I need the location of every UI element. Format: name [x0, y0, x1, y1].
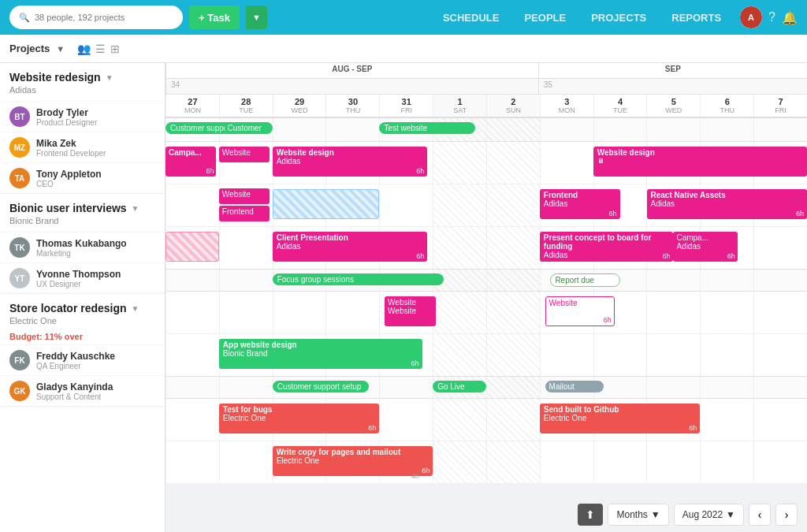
project-header-website-redesign[interactable]: Website redesign ▼	[0, 63, 165, 85]
nav-link-reports[interactable]: REPORTS	[659, 0, 734, 35]
person-cal-row-tony: Client Presentation Adidas 6h Present co…	[165, 227, 807, 270]
project-over-budget: Budget: 11% over	[0, 332, 165, 344]
event-website-brody-28[interactable]: Website	[219, 147, 270, 162]
event-report-due[interactable]: Report due	[550, 273, 619, 287]
person-row-brody: BT Brody Tyler Product Designer	[0, 101, 165, 132]
event-blue-mika	[273, 189, 380, 219]
event-test-bugs[interactable]: Test for bugs Electric One 6h	[219, 404, 380, 433]
person-name-yvonne: Yvonne Thompson	[36, 269, 121, 280]
event-customer-support-store[interactable]: Customer support setup	[273, 381, 369, 392]
people-view-icon[interactable]: 👥	[77, 43, 91, 55]
event-website-thomas-31[interactable]: Website Website	[385, 296, 435, 326]
event-send-github[interactable]: Send built to Github Electric One 6h	[540, 404, 701, 433]
day-6: 6 THU	[700, 95, 753, 117]
calendar-scroll: Customer support setup Test website Cust…	[165, 118, 807, 532]
nav-link-schedule[interactable]: SCHEDULE	[430, 0, 512, 35]
projects-label: Projects	[9, 43, 50, 54]
person-info-yvonne: Yvonne Thompson UX Designer	[36, 269, 121, 288]
event-test-website-project[interactable]: Test website	[379, 122, 475, 134]
avatar-freddy: FK	[9, 350, 30, 370]
event-campa-tony[interactable]: Campa... Adidas 6h	[673, 232, 737, 262]
event-website-thomas-3[interactable]: Website 6h	[545, 296, 615, 326]
week-num-headers: 34 35	[165, 79, 807, 95]
day-28: 28 TUE	[219, 95, 273, 117]
person-name-brody: Brody Tyler	[36, 107, 97, 118]
project-section-store: Store locator redesign ▼ Electric One Bu…	[0, 294, 165, 407]
person-cal-row-thomas: Website Website Website 6h	[165, 292, 807, 334]
project-row-store: Customer support setup Go Live Mailout	[165, 377, 807, 399]
project-row-website: Customer support setup Test website Cust…	[165, 118, 807, 142]
svg-text:A: A	[748, 13, 754, 22]
search-icon: 🔍	[19, 13, 30, 23]
event-app-website-design[interactable]: App website design Bionic Brand 6h	[219, 339, 422, 369]
user-avatar[interactable]: A	[740, 6, 762, 28]
help-icon[interactable]: ?	[768, 10, 775, 24]
person-name-gladys: Gladys Kanyinda	[36, 381, 113, 392]
list-view-icon[interactable]: ☰	[95, 43, 106, 55]
person-row-tony: TA Tony Appleton CEO	[0, 162, 165, 193]
month-headers: AUG - SEP SEP	[165, 63, 807, 79]
person-cal-row-yvonne: App website design Bionic Brand 6h	[165, 334, 807, 377]
project-client-website: Adidas	[0, 85, 165, 101]
project-title-website: Website redesign	[9, 71, 101, 84]
person-info-mika: Mika Zek Frontend Developer	[36, 138, 106, 158]
person-name-thomas: Thomas Kukabango	[36, 238, 127, 249]
date-select[interactable]: Aug 2022 ▼	[674, 504, 744, 526]
event-frontend-adidas[interactable]: Frontend Adidas 6h	[540, 189, 620, 219]
date-label: Aug 2022	[682, 509, 723, 520]
months-select[interactable]: Months ▼	[608, 504, 668, 526]
task-dropdown-button[interactable]: ▼	[246, 6, 267, 29]
event-present-concept[interactable]: Present concept to board for funding Adi…	[540, 232, 674, 262]
event-website-design-brody[interactable]: Website design Adidas 6h	[273, 147, 428, 177]
avatar-mika: MZ	[9, 137, 30, 158]
event-customer-pill[interactable]: Customer	[225, 122, 273, 134]
event-write-copy[interactable]: Write copy for pages and mailout Electri…	[273, 446, 433, 476]
grid-view-icon[interactable]: ⊞	[110, 43, 120, 55]
prev-button[interactable]: ‹	[749, 504, 771, 526]
project-header-bionic[interactable]: Bionic user interviews ▼	[0, 194, 165, 216]
day-7: 7 FRI	[753, 95, 807, 117]
next-button[interactable]: ›	[775, 504, 798, 526]
week-35: 35	[538, 79, 807, 94]
avatar-thomas: TK	[9, 237, 30, 258]
calendar-area: AUG - SEP SEP 34 35 27 MON 28 TUE 29 WED…	[165, 63, 807, 532]
person-cal-row-brody: Campa... 6h Website Website design Adida…	[165, 142, 807, 184]
person-info-thomas: Thomas Kukabango Marketing	[36, 238, 127, 258]
chevron-icon: ▼	[106, 73, 113, 82]
projects-dropdown[interactable]: ▼	[56, 44, 65, 54]
person-role-yvonne: UX Designer	[36, 280, 121, 288]
cursor-button[interactable]: ⬆	[578, 504, 603, 526]
add-task-button[interactable]: + Task	[189, 6, 240, 29]
event-website-design-brody-sep[interactable]: Website design 🖥	[593, 147, 807, 177]
event-focus-group[interactable]: Focus group sessions	[273, 273, 444, 285]
day-2: 2 SUN	[486, 95, 540, 117]
event-go-live[interactable]: Go Live	[433, 381, 486, 392]
toolbar: Projects ▼ 👥 ☰ ⊞	[0, 35, 807, 63]
project-client-bionic: Bionic Brand	[0, 216, 165, 232]
event-website-mika-28[interactable]: Website	[219, 188, 270, 204]
event-react-native[interactable]: React Native Assets Adidas 6h	[647, 189, 808, 219]
person-name-freddy: Freddy Kauschke	[36, 351, 115, 362]
project-header-store[interactable]: Store locator redesign ▼	[0, 294, 165, 316]
avatar-brody: BT	[9, 106, 30, 127]
person-role-gladys: Support & Content	[36, 392, 113, 401]
person-row-mika: MZ Mika Zek Frontend Developer	[0, 132, 165, 162]
event-frontend-mika-28[interactable]: Frontend	[219, 206, 270, 221]
day-headers: 27 MON 28 TUE 29 WED 30 THU 31 FRI 1 SAT	[165, 95, 807, 118]
week-34: 34	[165, 79, 538, 94]
day-30: 30 THU	[325, 95, 379, 117]
event-client-pres[interactable]: Client Presentation Adidas 6h	[273, 232, 428, 262]
notifications-icon[interactable]: 🔔	[782, 10, 798, 25]
person-cal-row-mika: Website Frontend Frontend Adidas 6h Reac…	[165, 184, 807, 227]
event-campa-brody[interactable]: Campa... 6h	[165, 147, 216, 177]
nav-link-projects[interactable]: PROJECTS	[578, 0, 659, 35]
day-4: 4 TUE	[593, 95, 647, 117]
months-label: Months	[616, 509, 647, 520]
person-info-brody: Brody Tyler Product Designer	[36, 107, 97, 127]
search-box[interactable]: 🔍 38 people, 192 projects	[9, 6, 183, 29]
project-row-bionic: Focus group sessions Report due	[165, 270, 807, 292]
nav-links: SCHEDULE PEOPLE PROJECTS REPORTS	[430, 0, 734, 35]
event-mailout[interactable]: Mailout	[545, 381, 604, 392]
day-5: 5 WED	[646, 95, 700, 117]
nav-link-people[interactable]: PEOPLE	[511, 0, 578, 35]
